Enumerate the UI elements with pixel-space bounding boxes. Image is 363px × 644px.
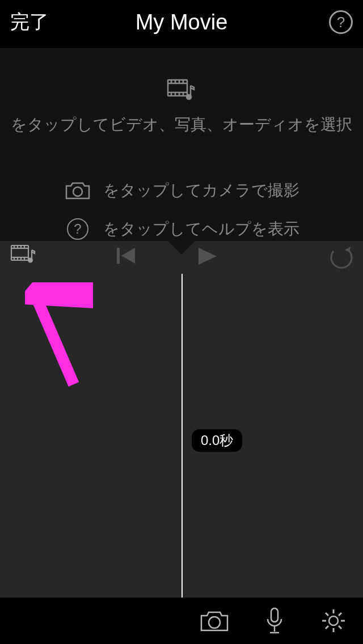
svg-point-12 [73,187,82,196]
svg-rect-27 [271,608,278,622]
header: 完了 My Movie ? [0,0,363,44]
hint-help-text: をタップしてヘルプを表示 [103,218,299,240]
svg-line-38 [339,613,341,616]
help-icon: ? [64,218,92,240]
hint-help-row: ? をタップしてヘルプを表示 [64,218,299,240]
microphone-button[interactable] [265,607,284,635]
hint-camera-text: をタップしてカメラで撮影 [103,180,299,201]
bottom-toolbar [0,598,363,644]
hint-camera-row: をタップしてカメラで撮影 [64,180,299,201]
project-title: My Movie [136,10,228,35]
play-button[interactable] [197,247,219,266]
svg-point-24 [28,259,32,262]
svg-line-37 [326,626,328,629]
media-music-icon [167,78,196,101]
camera-icon [64,180,92,201]
add-media-button[interactable] [10,243,36,266]
svg-point-11 [187,95,191,99]
skip-previous-button[interactable] [117,247,136,265]
svg-point-30 [329,616,338,625]
help-button[interactable]: ? [329,10,353,34]
hints-panel: をタップしてビデオ、写真、オーディオを選択 をタップしてカメラで撮影 ? をタッ… [0,48,363,241]
svg-line-36 [339,626,341,629]
playhead-line [182,274,183,598]
playhead-notch-icon [168,241,195,255]
annotation-arrow-icon [25,282,93,396]
svg-rect-25 [117,248,120,264]
hint-media: をタップしてビデオ、写真、オーディオを選択 [6,114,357,135]
camera-button[interactable] [200,609,229,633]
svg-point-26 [209,617,220,628]
undo-button[interactable] [328,247,353,269]
done-button[interactable]: 完了 [10,9,49,35]
svg-line-39 [35,295,74,384]
svg-line-35 [326,613,328,616]
settings-button[interactable] [320,607,347,634]
time-indicator: 0.0秒 [192,429,242,452]
